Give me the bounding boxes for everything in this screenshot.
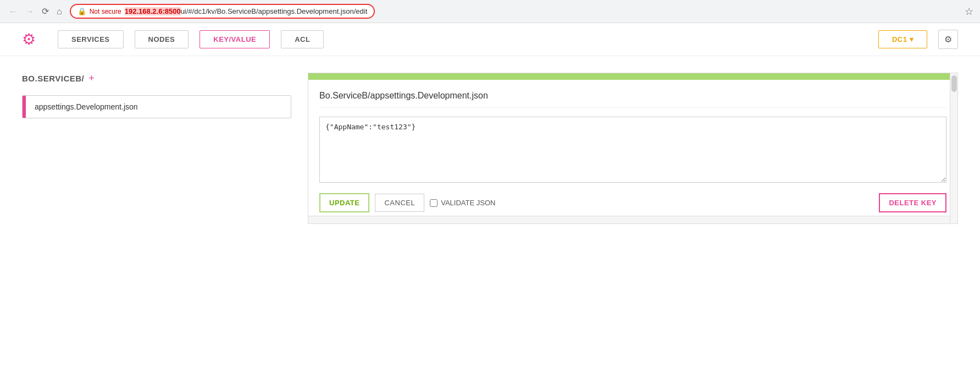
back-button[interactable]: ← [7, 6, 20, 18]
bookmark-button[interactable]: ☆ [965, 6, 973, 18]
acl-nav-button[interactable]: ACL [281, 30, 324, 48]
main-content: BO.SERVICEB/ + appsettings.Development.j… [0, 56, 980, 240]
browser-nav-buttons: ← → ⟳ ⌂ [7, 5, 64, 18]
validate-json-text: VALIDATE JSON [441, 199, 495, 207]
top-accent-bar [308, 73, 957, 80]
nodes-nav-button[interactable]: NODES [135, 30, 189, 48]
dc-selector-button[interactable]: DC1 ▾ [878, 30, 927, 48]
home-button[interactable]: ⌂ [54, 6, 64, 18]
refresh-button[interactable]: ⟳ [40, 5, 51, 18]
dc-label: DC1 [892, 35, 907, 43]
address-bar[interactable]: 🔒 Not secure 192.168.2.6:8500ui/#/dc1/kv… [70, 4, 375, 19]
list-item[interactable]: appsettings.Development.json [22, 95, 291, 118]
browser-chrome: ← → ⟳ ⌂ 🔒 Not secure 192.168.2.6:8500ui/… [0, 0, 980, 23]
services-nav-button[interactable]: SERVICES [58, 30, 124, 48]
action-row: UPDATE CANCEL VALIDATE JSON DELETE KEY [319, 193, 946, 212]
right-panel: Bo.ServiceB/appsettings.Development.json… [308, 73, 958, 224]
delete-key-button[interactable]: DELETE KEY [879, 193, 946, 212]
validate-json-checkbox[interactable] [430, 199, 438, 207]
address-highlighted: 192.168.2.6:8500 [125, 7, 181, 15]
not-secure-label: Not secure [90, 8, 121, 15]
chevron-down-icon: ▾ [910, 35, 914, 43]
scroll-thumb[interactable] [951, 75, 957, 92]
app-header: ⚙ SERVICES NODES KEY/VALUE ACL DC1 ▾ ⚙ [0, 23, 980, 56]
forward-button[interactable]: → [23, 6, 36, 18]
horizontal-scrollbar[interactable] [308, 216, 950, 223]
consul-logo: ⚙ [22, 30, 36, 48]
scrollbar[interactable] [950, 73, 957, 223]
url-path: ui/#/dc1/kv/Bo.ServiceB/appsettings.Deve… [181, 7, 368, 15]
settings-button[interactable]: ⚙ [938, 30, 958, 49]
file-item-label: appsettings.Development.json [26, 96, 291, 118]
validate-json-label[interactable]: VALIDATE JSON [430, 199, 495, 207]
value-textarea[interactable]: {"AppName":"test123"} [319, 117, 946, 183]
address-text: 192.168.2.6:8500ui/#/dc1/kv/Bo.ServiceB/… [125, 7, 368, 15]
add-key-button[interactable]: + [88, 73, 95, 84]
editor-content: Bo.ServiceB/appsettings.Development.json… [308, 80, 957, 223]
breadcrumb-section: BO.SERVICEB/ + [22, 73, 291, 84]
key-path-title: Bo.ServiceB/appsettings.Development.json [319, 91, 946, 108]
security-icon: 🔒 [77, 7, 86, 15]
cancel-button[interactable]: CANCEL [375, 194, 424, 212]
update-button[interactable]: UPDATE [319, 193, 369, 212]
breadcrumb: BO.SERVICEB/ [22, 74, 84, 83]
keyvalue-nav-button[interactable]: KEY/VALUE [200, 30, 270, 48]
left-panel: BO.SERVICEB/ + appsettings.Development.j… [22, 73, 291, 224]
